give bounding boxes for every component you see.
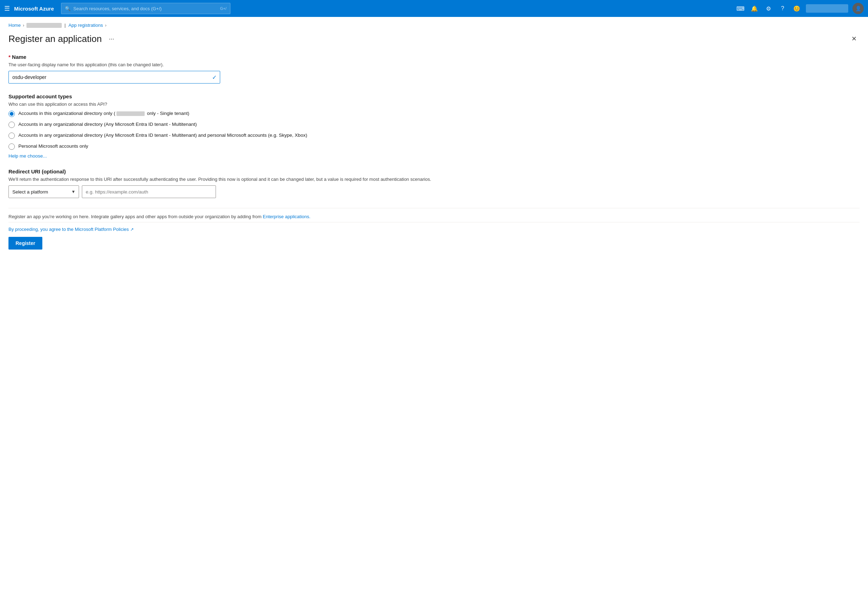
- account-types-radio-group: Accounts in this organizational director…: [8, 110, 860, 150]
- radio-multitenant[interactable]: [8, 122, 15, 128]
- name-input[interactable]: [8, 71, 220, 84]
- close-button[interactable]: ✕: [849, 32, 860, 45]
- search-shortcut: G+/: [220, 6, 227, 11]
- search-icon: 🔍: [65, 6, 71, 11]
- radio-option-single-tenant: Accounts in this organizational director…: [8, 110, 860, 117]
- info-note-text-prefix: Register an app you're working on here. …: [8, 214, 263, 219]
- name-description: The user-facing display name for this ap…: [8, 62, 860, 67]
- name-input-wrapper: ✓: [8, 71, 220, 84]
- topbar-icons: ⌨ 🔔 ⚙ ? 😊 👤: [734, 2, 864, 15]
- avatar[interactable]: 👤: [852, 3, 864, 14]
- brand-name: Microsoft Azure: [14, 6, 54, 12]
- register-button[interactable]: Register: [8, 237, 42, 250]
- breadcrumb-sep-1: ›: [23, 23, 24, 28]
- redirect-uri-input[interactable]: [82, 185, 216, 198]
- menu-icon[interactable]: ☰: [4, 5, 10, 12]
- account-types-section: Supported account types Who can use this…: [8, 93, 860, 159]
- platform-select-wrapper: Select a platform Web Single-page applic…: [8, 185, 79, 198]
- search-bar[interactable]: 🔍 G+/: [61, 3, 230, 14]
- breadcrumb-home[interactable]: Home: [8, 23, 21, 28]
- platform-select[interactable]: Select a platform Web Single-page applic…: [8, 185, 79, 198]
- radio-multitenant-label: Accounts in any organizational directory…: [18, 121, 197, 128]
- tenant-name-blurred: [117, 112, 145, 116]
- help-icon[interactable]: ?: [776, 2, 789, 15]
- redirect-uri-section: Redirect URI (optional) We'll return the…: [8, 169, 860, 198]
- radio-multitenant-personal[interactable]: [8, 133, 15, 139]
- search-input[interactable]: [73, 6, 217, 11]
- breadcrumb-tenant-blurred: [26, 23, 62, 28]
- radio-single-tenant[interactable]: [8, 111, 15, 117]
- redirect-row: Select a platform Web Single-page applic…: [8, 185, 860, 198]
- enterprise-applications-link[interactable]: Enterprise applications.: [263, 214, 311, 219]
- content-panel: Home › | App registrations › Register an…: [0, 17, 868, 614]
- settings-icon[interactable]: ⚙: [762, 2, 775, 15]
- main-layout: Home › | App registrations › Register an…: [0, 17, 868, 614]
- radio-option-personal-only: Personal Microsoft accounts only: [8, 143, 860, 150]
- redirect-uri-description: We'll return the authentication response…: [8, 177, 860, 182]
- radio-option-multitenant: Accounts in any organizational directory…: [8, 121, 860, 128]
- topbar: ☰ Microsoft Azure 🔍 G+/ ⌨ 🔔 ⚙ ? 😊 👤: [0, 0, 868, 17]
- page-title: Register an application: [8, 34, 102, 44]
- radio-single-tenant-label: Accounts in this organizational director…: [18, 110, 189, 117]
- info-note: Register an app you're working on here. …: [8, 208, 860, 219]
- cloud-shell-icon[interactable]: ⌨: [734, 2, 747, 15]
- external-link-icon: ↗: [130, 227, 134, 232]
- page-header: Register an application ··· ✕: [8, 32, 860, 45]
- radio-option-multitenant-personal: Accounts in any organizational directory…: [8, 132, 860, 139]
- help-me-choose-link[interactable]: Help me choose...: [8, 154, 47, 159]
- page-title-row: Register an application ···: [8, 34, 117, 44]
- form-footer: By proceeding, you agree to the Microsof…: [8, 222, 860, 250]
- name-section-label: *Name: [8, 54, 860, 60]
- account-name-blurred: [806, 4, 848, 13]
- more-options-button[interactable]: ···: [106, 34, 117, 44]
- policy-link-text: By proceeding, you agree to the Microsof…: [8, 226, 129, 232]
- input-check-icon: ✓: [212, 74, 217, 81]
- account-types-question: Who can use this application or access t…: [8, 101, 860, 107]
- radio-personal-only-label: Personal Microsoft accounts only: [18, 143, 88, 150]
- breadcrumb-app-registrations[interactable]: App registrations: [68, 23, 103, 28]
- feedback-icon[interactable]: 😊: [790, 2, 803, 15]
- redirect-uri-label: Redirect URI (optional): [8, 169, 860, 174]
- radio-personal-only[interactable]: [8, 143, 15, 150]
- breadcrumb-sep-2: ›: [105, 23, 107, 28]
- breadcrumb-pipe: |: [65, 23, 65, 28]
- name-section: *Name The user-facing display name for t…: [8, 54, 860, 84]
- radio-multitenant-personal-label: Accounts in any organizational directory…: [18, 132, 307, 139]
- account-types-label: Supported account types: [8, 93, 860, 99]
- policy-link[interactable]: By proceeding, you agree to the Microsof…: [8, 226, 860, 232]
- notifications-icon[interactable]: 🔔: [748, 2, 761, 15]
- breadcrumb: Home › | App registrations ›: [8, 23, 860, 28]
- required-star: *: [8, 54, 11, 60]
